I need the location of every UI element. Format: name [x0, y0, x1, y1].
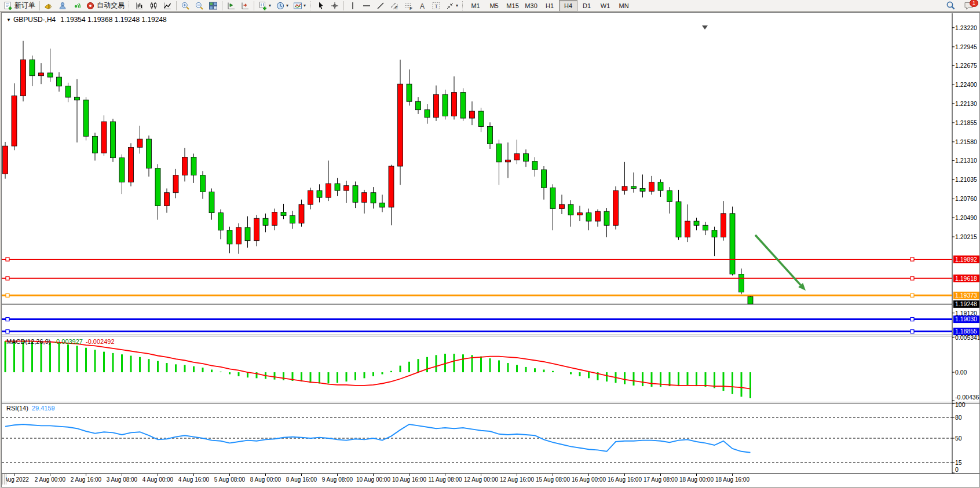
- svg-text:1.22400: 1.22400: [955, 81, 977, 88]
- rsi-value: 29.4159: [32, 405, 55, 412]
- tab-timeframe-w1[interactable]: W1: [596, 0, 615, 12]
- tab-timeframe-m5[interactable]: M5: [485, 0, 503, 12]
- svg-text:1.19248: 1.19248: [955, 300, 977, 307]
- panel-resize-grip[interactable]: [2, 474, 6, 485]
- chevron-down-icon: ▾: [269, 3, 271, 8]
- candlestick-chart-button[interactable]: [147, 0, 160, 12]
- svg-text:18 Aug 16:00: 18 Aug 16:00: [715, 476, 749, 483]
- zoom-in-button[interactable]: [178, 0, 192, 12]
- shift-marker-icon: [702, 25, 708, 30]
- tile-windows-icon: [209, 1, 218, 10]
- line-chart-button[interactable]: [160, 0, 174, 12]
- collapse-triangle-icon[interactable]: ▼: [6, 17, 11, 23]
- tab-timeframe-m1[interactable]: M1: [466, 0, 485, 12]
- down-arrow-annotation[interactable]: [755, 235, 806, 291]
- svg-text:0.00: 0.00: [955, 369, 967, 376]
- toolbar-right-group: 1: [944, 0, 977, 12]
- tab-timeframe-mn[interactable]: MN: [615, 0, 633, 12]
- zoom-out-button[interactable]: [192, 0, 206, 12]
- svg-text:1.20760: 1.20760: [955, 195, 977, 202]
- svg-text:5 Aug 08:00: 5 Aug 08:00: [214, 476, 246, 483]
- separator: [462, 1, 465, 10]
- tile-windows-button[interactable]: [206, 0, 220, 12]
- chart-shift-button[interactable]: [238, 0, 252, 12]
- svg-text:17 Aug 08:00: 17 Aug 08:00: [643, 476, 678, 483]
- chart-canvas[interactable]: 1.232201.229451.226751.224001.221301.218…: [2, 13, 979, 487]
- bar-chart-icon: [135, 1, 144, 10]
- zoom-in-icon: [181, 1, 190, 10]
- svg-text:T: T: [435, 3, 438, 9]
- cursor-button[interactable]: [314, 0, 328, 12]
- line-chart-icon: [163, 1, 172, 10]
- trendline-button[interactable]: [374, 0, 387, 12]
- svg-text:8 Aug 00:00: 8 Aug 00:00: [250, 476, 281, 483]
- separator: [129, 1, 131, 10]
- svg-text:3 Aug 08:00: 3 Aug 08:00: [107, 476, 138, 483]
- svg-text:15: 15: [955, 459, 962, 466]
- crosshair-button[interactable]: [328, 0, 342, 12]
- signals-button[interactable]: [70, 0, 83, 12]
- svg-text:12 Aug 16:00: 12 Aug 16:00: [500, 476, 534, 483]
- svg-text:E: E: [396, 6, 398, 10]
- fibonacci-icon: F: [404, 1, 413, 10]
- timeframe-group: M1M5M15M30H1H4D1W1MN: [466, 0, 633, 12]
- new-order-button[interactable]: 新订单: [1, 0, 38, 12]
- svg-text:16 Aug 16:00: 16 Aug 16:00: [608, 476, 642, 483]
- text-icon: A: [418, 1, 427, 10]
- chat-button[interactable]: 1: [961, 0, 977, 12]
- svg-text:10 Aug 00:00: 10 Aug 00:00: [356, 476, 390, 483]
- rsi-panel: [2, 417, 952, 463]
- horizontal-line-icon: [362, 1, 371, 10]
- tab-timeframe-d1[interactable]: D1: [577, 0, 596, 12]
- periods-button[interactable]: ▾: [273, 0, 291, 12]
- svg-text:1.19892: 1.19892: [955, 256, 977, 263]
- tab-timeframe-m30[interactable]: M30: [522, 0, 540, 12]
- arrows-button[interactable]: ▾: [443, 0, 460, 12]
- templates-button[interactable]: ▾: [291, 0, 308, 12]
- person-icon: [58, 1, 67, 10]
- chart-shift-icon: [240, 1, 250, 10]
- rsi-axis: 1008050150: [952, 401, 966, 473]
- tab-timeframe-h4[interactable]: H4: [559, 0, 577, 12]
- svg-text:15 Aug 08:00: 15 Aug 08:00: [536, 476, 570, 483]
- text-button[interactable]: A: [415, 0, 429, 12]
- svg-text:1.19618: 1.19618: [955, 275, 977, 282]
- community-button[interactable]: [56, 0, 70, 12]
- price-axis: 1.232201.229451.226751.224001.221301.218…: [952, 24, 977, 317]
- notification-badge: 1: [970, 0, 978, 7]
- horizontal-lines: 1.198921.196181.193731.192481.190301.188…: [2, 255, 979, 335]
- svg-text:1.21035: 1.21035: [955, 176, 977, 183]
- auto-trading-button[interactable]: 自动交易: [83, 0, 127, 12]
- horizontal-line-button[interactable]: [360, 0, 374, 12]
- sound-button[interactable]: [42, 0, 56, 12]
- channel-button[interactable]: E: [387, 0, 401, 12]
- auto-scroll-button[interactable]: [224, 0, 238, 12]
- svg-text:0.005341: 0.005341: [955, 334, 979, 341]
- vertical-line-button[interactable]: [346, 0, 360, 12]
- tab-timeframe-h1[interactable]: H1: [540, 0, 559, 12]
- rsi-name: RSI(14): [6, 405, 28, 412]
- chevron-down-icon: ▾: [286, 3, 288, 8]
- separator: [39, 1, 40, 10]
- signal-icon: [72, 1, 81, 10]
- macd-axis: 0.0053410.00-0.004368: [952, 334, 979, 401]
- new-chart-button[interactable]: ▾: [256, 0, 273, 12]
- search-button[interactable]: [944, 0, 958, 12]
- text-label-icon: T: [432, 1, 441, 10]
- auto-scroll-icon: [226, 1, 236, 10]
- fibonacci-button[interactable]: F: [401, 0, 415, 12]
- svg-text:1.23220: 1.23220: [955, 24, 977, 31]
- tab-timeframe-m15[interactable]: M15: [503, 0, 522, 12]
- svg-text:1.22130: 1.22130: [955, 100, 977, 107]
- symbol-period-label: GBPUSD-,H4: [13, 16, 56, 24]
- trendline-icon: [376, 1, 385, 10]
- svg-text:1.19373: 1.19373: [955, 292, 977, 299]
- equidistant-channel-icon: E: [390, 1, 399, 10]
- chart-window: ▼GBPUSD-,H41.19354 1.19368 1.19248 1.192…: [1, 12, 980, 487]
- crosshair-icon: [330, 1, 339, 10]
- svg-text:2 Aug 00:00: 2 Aug 00:00: [35, 476, 66, 483]
- text-label-button[interactable]: T: [429, 0, 443, 12]
- bar-chart-button[interactable]: [133, 0, 147, 12]
- ohlc-quote-label: 1.19354 1.19368 1.19248 1.19248: [60, 16, 167, 24]
- separator: [222, 1, 222, 10]
